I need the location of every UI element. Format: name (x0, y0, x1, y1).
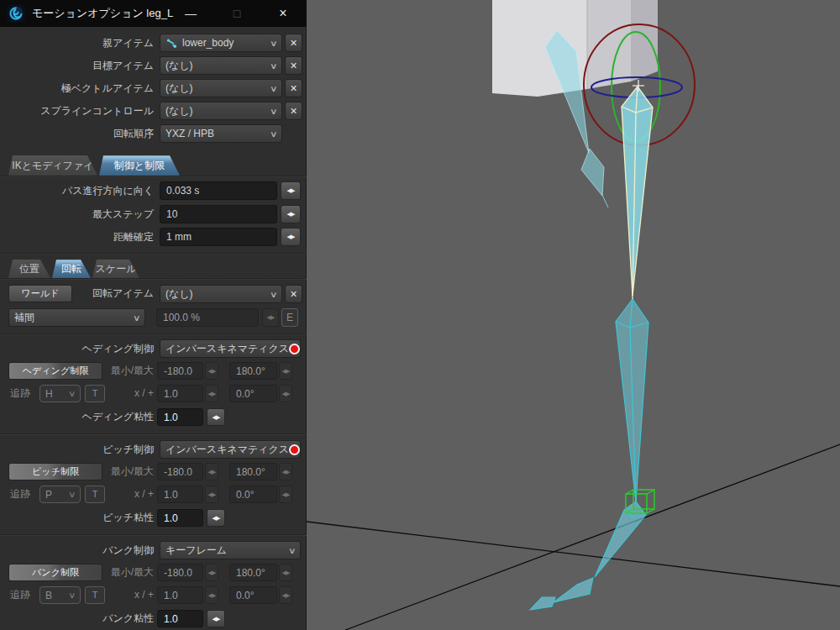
pitch-add-field[interactable]: 0.0° (229, 486, 277, 503)
bank-control-value: キーフレーム (165, 543, 227, 558)
chevron-down-icon: ∨ (270, 290, 278, 299)
bank-stiffness-stepper[interactable]: ◀▶ (207, 610, 225, 627)
heading-min-field[interactable]: -180.0 (157, 362, 203, 380)
heading-stiffness-label: ヘディング粘性 (0, 408, 154, 426)
chevron-down-icon: ∨ (288, 546, 297, 555)
heading-control-value: インバースキネマティクス (165, 342, 289, 356)
parent-item-value: lower_body (182, 37, 234, 49)
bank-control-dropdown[interactable]: キーフレーム ∨ (160, 541, 301, 559)
heading-multiply-field[interactable]: 1.0 (157, 385, 203, 402)
ik-active-indicator (289, 344, 300, 354)
rotation-item-clear-button[interactable]: × (285, 285, 302, 303)
maximize-button: □ (218, 0, 255, 27)
heading-multiply-stepper: ◀▶ (205, 385, 218, 402)
bank-max-field[interactable]: 180.0° (229, 564, 277, 581)
chevron-down-icon: ∨ (270, 84, 278, 93)
tolerance-stepper[interactable]: ◀▶ (281, 228, 301, 246)
bank-multiply-field[interactable]: 1.0 (157, 586, 203, 604)
path-look-ahead-label: パス進行方向に向く (0, 181, 154, 200)
pitch-limits-toggle[interactable]: ピッチ制限 (8, 463, 102, 480)
spline-control-dropdown[interactable]: (なし) ∨ (160, 102, 282, 120)
pole-vector-dropdown[interactable]: (なし) ∨ (160, 79, 282, 97)
rotation-order-dropdown[interactable]: YXZ / HPB ∨ (160, 124, 282, 143)
minimize-button[interactable]: — (172, 0, 209, 27)
heading-max-stepper: ◀▶ (279, 362, 292, 380)
pitch-track-label: 追跡 (10, 486, 35, 503)
parent-item-label: 親アイテム (0, 34, 154, 52)
bank-add-field[interactable]: 0.0° (229, 586, 277, 604)
bank-track-channel: B (45, 590, 52, 601)
parent-item-dropdown[interactable]: lower_body ∨ (160, 34, 282, 52)
rotation-item-value: (なし) (165, 287, 193, 302)
heading-min-stepper: ◀▶ (205, 362, 218, 380)
path-look-ahead-field[interactable]: 0.033 s (160, 181, 277, 200)
heading-track-label: 追跡 (10, 385, 35, 402)
pitch-control-dropdown[interactable]: インバースキネマティクス ∨ (160, 440, 301, 459)
interpolation-dropdown[interactable]: 補間 ∨ (8, 308, 145, 327)
bank-limits-toggle[interactable]: バンク制限 (8, 564, 102, 581)
target-item-clear-button[interactable]: × (285, 56, 302, 75)
chevron-down-icon: ∨ (68, 490, 76, 499)
pitch-xplus-label: x / + (109, 486, 154, 503)
pitch-add-stepper: ◀▶ (279, 486, 292, 503)
mesh-face-right (587, 0, 631, 89)
divider (0, 534, 307, 536)
heading-track-channel: H (45, 388, 53, 400)
spline-control-clear-button[interactable]: × (285, 102, 302, 120)
spline-control-label: スプラインコントロール (0, 102, 154, 120)
target-item-value: (なし) (165, 59, 193, 73)
bank-xplus-label: x / + (109, 586, 154, 604)
bank-minmax-label: 最小/最大 (102, 564, 154, 581)
heading-max-field[interactable]: 180.0° (229, 362, 277, 380)
pitch-multiply-stepper: ◀▶ (205, 486, 218, 503)
pitch-stiffness-label: ピッチ粘性 (0, 509, 154, 527)
max-steps-stepper[interactable]: ◀▶ (281, 205, 301, 223)
heading-track-t-button: T (85, 385, 105, 402)
bank-min-field[interactable]: -180.0 (157, 564, 203, 581)
rotation-order-label: 回転順序 (0, 124, 154, 143)
heading-limits-toggle[interactable]: ヘディング制限 (8, 362, 102, 380)
pitch-multiply-field[interactable]: 1.0 (157, 486, 203, 503)
app-logo-icon (7, 4, 25, 23)
ik-active-indicator (289, 444, 300, 455)
pole-vector-value: (なし) (165, 81, 193, 96)
bank-max-stepper: ◀▶ (279, 564, 292, 581)
envelope-button: E (281, 308, 298, 327)
viewport-3d (307, 0, 840, 630)
heading-stiffness-field[interactable]: 1.0 (157, 408, 203, 426)
interpolation-value: 補間 (14, 311, 34, 325)
target-item-dropdown[interactable]: (なし) ∨ (160, 56, 282, 75)
heading-stiffness-stepper[interactable]: ◀▶ (207, 408, 225, 426)
chevron-down-icon: ∨ (68, 389, 76, 398)
heading-add-field[interactable]: 0.0° (229, 385, 277, 402)
rotation-order-value: YXZ / HPB (165, 128, 214, 139)
pitch-stiffness-stepper[interactable]: ◀▶ (207, 509, 225, 527)
pole-vector-clear-button[interactable]: × (285, 79, 302, 97)
pitch-max-field[interactable]: 180.0° (229, 463, 277, 480)
tab-ik-and-modifiers[interactable]: IKとモディファイヤ (8, 155, 97, 176)
tab-control-and-limits[interactable]: 制御と制限 (99, 155, 180, 176)
rotation-item-dropdown[interactable]: (なし) ∨ (160, 285, 282, 303)
interpolation-percent-field[interactable]: 100.0 % (156, 308, 259, 327)
window-title: モーションオプション leg_L (32, 0, 173, 27)
spline-control-value: (なし) (165, 104, 193, 118)
close-button[interactable]: × (265, 0, 302, 27)
chevron-down-icon: ∨ (68, 591, 76, 600)
chevron-down-icon: ∨ (270, 61, 278, 71)
window-titlebar[interactable]: モーションオプション leg_L — □ × (0, 0, 307, 27)
pitch-max-stepper: ◀▶ (279, 463, 292, 480)
path-look-ahead-stepper[interactable]: ◀▶ (281, 181, 301, 200)
pitch-track-channel: P (45, 489, 52, 501)
heading-add-stepper: ◀▶ (279, 385, 292, 402)
pitch-min-field[interactable]: -180.0 (157, 463, 203, 480)
bank-min-stepper: ◀▶ (205, 564, 218, 581)
heading-xplus-label: x / + (109, 385, 154, 402)
tolerance-field[interactable]: 1 mm (160, 228, 277, 246)
pitch-stiffness-field[interactable]: 1.0 (157, 509, 203, 527)
bank-stiffness-field[interactable]: 1.0 (157, 610, 203, 627)
parent-item-clear-button[interactable]: × (285, 34, 302, 52)
heading-control-dropdown[interactable]: インバースキネマティクス ∨ (160, 339, 301, 358)
tolerance-label: 距離確定 (0, 228, 154, 246)
chevron-down-icon: ∨ (270, 39, 278, 48)
max-steps-field[interactable]: 10 (160, 205, 277, 223)
